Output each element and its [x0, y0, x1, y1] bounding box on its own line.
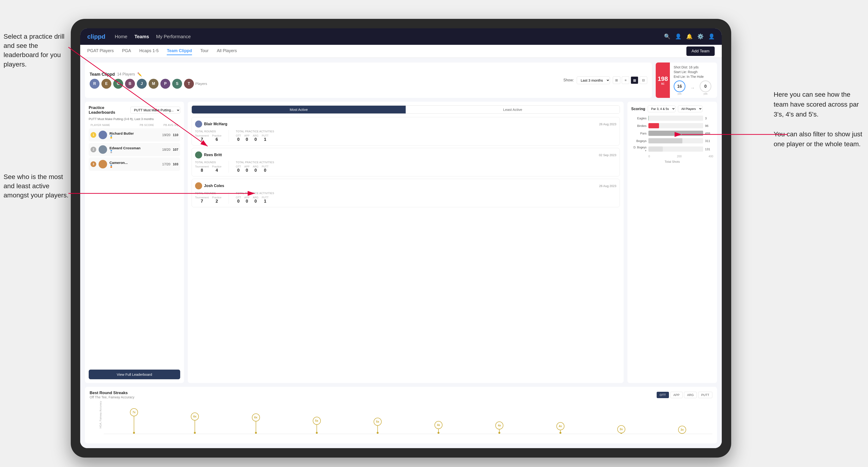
lb-name-1: Richard Butler	[110, 131, 160, 135]
players-label: Players	[195, 82, 207, 86]
nav-link-teams[interactable]: Teams	[134, 33, 149, 40]
search-icon[interactable]: 🔍	[664, 33, 670, 40]
avatar-icon[interactable]: 👤	[708, 33, 715, 40]
settings-icon[interactable]: ⚙️	[697, 33, 704, 40]
shot-info-card: 198 SC Shot Dist: 16 yds Start Lie: Roug…	[656, 63, 717, 98]
ott-btn[interactable]: OTT	[657, 392, 669, 398]
chart-stem-5: 4x	[408, 405, 469, 434]
ott-label-3: OTT	[236, 196, 241, 199]
total-rounds-label-2: Total Rounds	[195, 161, 221, 164]
putt-label-1: PUTT	[262, 134, 269, 137]
x-label-400: 400	[709, 155, 713, 158]
total-practice-label-1: Total Practice Activities	[236, 130, 274, 133]
subnav-tour[interactable]: Tour	[200, 47, 209, 55]
stem-dot-2	[255, 432, 257, 434]
putt-btn[interactable]: PUTT	[698, 392, 712, 398]
streaks-title: Best Round Streaks	[90, 391, 134, 395]
avatar-lb-1	[99, 131, 107, 139]
lb-score-3: 17/20	[162, 162, 170, 166]
player-act-date-3: 26 Aug 2023	[599, 184, 616, 188]
chart-stem-2: 6x	[225, 405, 286, 434]
lb-player-2[interactable]: 2 Edward Crossman 🥈 18/20 107	[89, 143, 180, 156]
team-count: 14 Players	[117, 72, 135, 76]
team-header: Team Clippd 14 Players ✏️ R E C B J	[85, 63, 652, 98]
stem-dot-7	[559, 432, 561, 434]
subnav-team-clippd[interactable]: Team Clippd	[167, 47, 192, 55]
subnav-hcaps[interactable]: Hcaps 1-5	[139, 47, 158, 55]
nav-link-myperformance[interactable]: My Performance	[156, 33, 191, 40]
view-card-icon[interactable]: ▦	[631, 76, 638, 84]
subnav-all-players[interactable]: All Players	[217, 47, 237, 55]
leaderboard-header: Practice Leaderboards PUTT Must Make Put…	[89, 105, 180, 115]
par-filter-select[interactable]: Par 3, 4 & 5s	[648, 105, 676, 112]
edit-icon[interactable]: ✏️	[137, 72, 142, 76]
arg-label-1: ARG	[253, 134, 258, 137]
drill-select[interactable]: PUTT Must Make Putting...	[130, 106, 180, 114]
avatar-6: M	[149, 79, 158, 89]
bubble-7: 4x	[556, 422, 564, 430]
view-detail-icon[interactable]: ⊟	[640, 76, 647, 84]
total-rounds-label-3: Total Rounds	[195, 192, 221, 195]
player-activity-3: Josh Coles 26 Aug 2023 Total Rounds Tour…	[191, 179, 620, 207]
player-act-date-1: 26 Aug 2023	[599, 122, 616, 126]
bar-pars: Pars 499	[631, 131, 713, 136]
stats-row-2: Total Rounds Tournament 8 Practice 4	[195, 161, 616, 173]
stats-row-1: Total Rounds Tournament 7 Practice 6	[195, 130, 616, 142]
lb-name-3: Cameron...	[110, 161, 160, 165]
stem-dot-1	[194, 432, 196, 434]
view-icons: ⊞ ≡ ▦ ⊟	[613, 76, 647, 84]
most-active-toggle[interactable]: Most Active	[192, 106, 406, 114]
bubble-0: 7x	[130, 408, 138, 416]
players-filter-select[interactable]: All Players	[678, 105, 703, 112]
least-active-toggle[interactable]: Least Active	[406, 106, 620, 114]
player-act-header-1: Blair McHarg 26 Aug 2023	[195, 121, 616, 128]
chart-stem-1: 6x	[165, 405, 225, 434]
subnav-pga[interactable]: PGA	[122, 47, 131, 55]
bar-track-bogeys	[648, 138, 703, 144]
period-select[interactable]: Last 3 months Last 6 months Last year	[577, 76, 610, 84]
x-axis-label: Total Shots	[631, 160, 713, 163]
bar-value-pars: 499	[705, 132, 713, 135]
scoring-header: Scoring Par 3, 4 & 5s All Players	[631, 105, 713, 112]
lb-player-3[interactable]: 3 Cameron... 🥉 17/20 103	[89, 158, 180, 171]
chart-stem-8: 3x	[591, 405, 651, 434]
stem-dot-3	[316, 432, 318, 434]
user-icon[interactable]: 👤	[675, 33, 681, 40]
toggle-bar: Most Active Least Active	[191, 105, 620, 114]
bar-value-bogeys: 311	[705, 139, 713, 143]
app-btn[interactable]: APP	[670, 392, 683, 398]
bar-fill-dbogeys	[648, 147, 663, 152]
bar-eagles: Eagles 3	[631, 116, 713, 121]
putt-val-2: 0	[264, 168, 266, 173]
lb-avg-1: 110	[173, 133, 178, 137]
bar-fill-eagles	[648, 116, 649, 121]
avatar-5: J	[137, 79, 147, 89]
player-act-name-1: Blair McHarg	[195, 121, 227, 128]
player-avatar-3	[195, 182, 202, 189]
bubble-9: 3x	[678, 426, 686, 434]
view-leaderboard-button[interactable]: View Full Leaderboard	[89, 370, 180, 379]
team-title: Team Clippd	[90, 72, 115, 77]
nav-link-home[interactable]: Home	[115, 33, 127, 40]
metric-circles: 16 yds → 0 yds	[674, 81, 713, 95]
streaks-controls: OTT APP ARG PUTT	[657, 392, 712, 398]
subnav-pgat-players[interactable]: PGAT Players	[87, 47, 114, 55]
streaks-chart: HGA, Fairway Accuracy 7x 6x 6x 5x 5x	[90, 401, 712, 439]
total-rounds-label-1: Total Rounds	[195, 130, 221, 133]
show-control: Show: Last 3 months Last 6 months Last y…	[563, 76, 647, 84]
add-team-button[interactable]: Add Team	[686, 46, 715, 56]
bar-label-eagles: Eagles	[631, 117, 647, 120]
bell-icon[interactable]: 🔔	[686, 33, 692, 40]
arg-btn[interactable]: ARG	[684, 392, 697, 398]
circle1: 16	[674, 81, 685, 92]
view-list-icon[interactable]: ≡	[622, 76, 629, 84]
leaderboard-title: Practice Leaderboards	[89, 105, 130, 115]
active-card: Most Active Least Active Blair McHarg 26…	[188, 102, 624, 383]
player-avatar-2	[195, 151, 202, 158]
nav-logo: clippd	[87, 33, 105, 40]
bar-fill-pars	[648, 131, 703, 136]
bar-track-dbogeys	[648, 147, 703, 152]
view-grid-icon[interactable]: ⊞	[613, 76, 620, 84]
lb-player-1[interactable]: 1 Richard Butler 🥇 19/20 110	[89, 128, 180, 142]
lb-header: PLAYER NAME PB SCORE PB AVG SQ	[89, 124, 180, 126]
